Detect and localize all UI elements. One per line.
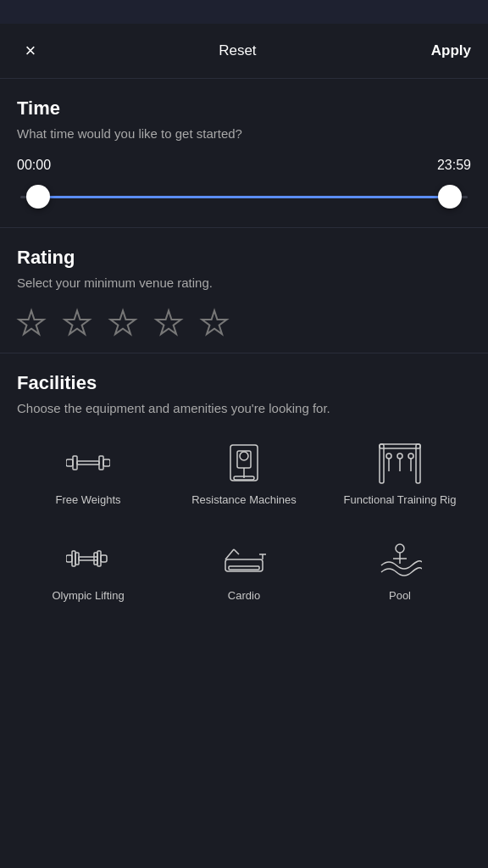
olympic-lifting-icon: [64, 535, 112, 582]
svg-point-14: [240, 452, 248, 460]
rating-star-3[interactable]: ★: [108, 307, 137, 339]
svg-rect-24: [66, 555, 72, 562]
rating-section-subtitle: Select your minimum venue rating.: [17, 274, 471, 292]
rating-section: Rating Select your minimum venue rating.…: [0, 228, 488, 353]
filter-panel: × Reset Apply Time What time would you l…: [0, 24, 488, 868]
reset-button[interactable]: Reset: [219, 42, 256, 59]
svg-rect-9: [77, 461, 99, 465]
time-max-label: 23:59: [437, 158, 471, 173]
svg-point-18: [386, 453, 391, 459]
time-section-title: Time: [17, 97, 471, 120]
facility-resistance-machines[interactable]: Resistance Machines: [173, 432, 315, 515]
pool-icon: [376, 535, 424, 582]
close-button[interactable]: ×: [17, 37, 44, 64]
svg-rect-32: [229, 566, 259, 570]
svg-line-34: [234, 549, 239, 554]
facilities-section-subtitle: Choose the equipment and amenities you'r…: [17, 399, 471, 417]
time-min-label: 00:00: [17, 158, 51, 173]
facility-pool[interactable]: Pool: [329, 528, 471, 610]
rating-section-title: Rating: [17, 247, 471, 269]
facilities-grid: Free WeightsResistance MachinesFunctiona…: [17, 432, 471, 610]
facility-label-cardio: Cardio: [228, 589, 260, 604]
svg-rect-8: [103, 459, 110, 466]
facility-label-functional-training-rig: Functional Training Rig: [344, 493, 457, 508]
facility-label-free-weights: Free Weights: [55, 493, 120, 508]
time-section-subtitle: What time would you like to get started?: [17, 125, 471, 142]
slider-thumb-left[interactable]: [26, 185, 50, 209]
free-weights-icon: [64, 439, 112, 487]
filter-toolbar: × Reset Apply: [0, 24, 488, 79]
rating-star-2[interactable]: ★: [63, 307, 92, 339]
svg-rect-29: [101, 555, 107, 562]
cardio-icon: [220, 535, 268, 582]
svg-rect-17: [380, 444, 420, 448]
rating-stars-row: ★★★★★: [17, 307, 471, 339]
svg-line-33: [225, 549, 234, 559]
svg-rect-15: [380, 444, 384, 483]
apply-button[interactable]: Apply: [431, 42, 471, 59]
time-slider[interactable]: [20, 180, 468, 214]
facility-free-weights[interactable]: Free Weights: [17, 432, 159, 515]
time-labels: 00:00 23:59: [17, 158, 471, 173]
facility-label-olympic-lifting: Olympic Lifting: [52, 589, 124, 604]
facility-label-resistance-machines: Resistance Machines: [191, 493, 297, 508]
facilities-section: Facilities Choose the equipment and amen…: [0, 353, 488, 624]
facility-cardio[interactable]: Cardio: [173, 528, 315, 610]
svg-point-37: [396, 544, 404, 553]
rating-star-1[interactable]: ★: [17, 307, 46, 339]
rating-star-5[interactable]: ★: [200, 307, 229, 339]
facility-functional-training-rig[interactable]: Functional Training Rig: [329, 432, 471, 515]
svg-rect-5: [66, 459, 73, 466]
svg-rect-11: [237, 451, 251, 468]
functional-training-rig-icon: [376, 439, 424, 487]
svg-point-20: [408, 453, 413, 459]
time-section: Time What time would you like to get sta…: [0, 79, 488, 228]
facility-olympic-lifting[interactable]: Olympic Lifting: [17, 528, 159, 610]
facility-label-pool: Pool: [389, 589, 411, 604]
slider-thumb-right[interactable]: [438, 185, 462, 209]
svg-rect-16: [416, 444, 420, 483]
svg-point-19: [397, 453, 402, 459]
resistance-machines-icon: [220, 439, 268, 487]
facilities-section-title: Facilities: [17, 372, 471, 394]
slider-fill: [38, 196, 450, 198]
rating-star-4[interactable]: ★: [154, 307, 183, 339]
